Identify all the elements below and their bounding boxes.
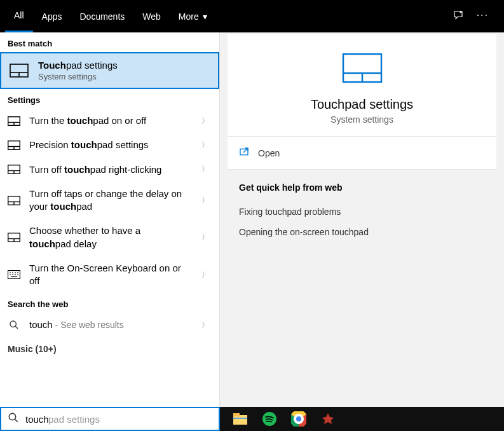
settings-result-title: Choose whether to have a touchpad delay [29,224,185,250]
settings-result-3[interactable]: Turn off taps or change the delay on you… [0,182,219,219]
settings-result-5[interactable]: Turn the On-Screen Keyboard on or off〉 [0,256,219,294]
preview-title: Touchpad settings [311,97,413,112]
chevron-down-icon: ▾ [203,11,207,22]
web-search-title: touch - See web results [29,318,124,331]
tab-web[interactable]: Web [133,0,170,32]
chevron-right-icon: 〉 [201,232,212,243]
top-right-controls: ··· [453,10,499,24]
tab-documents[interactable]: Documents [71,0,133,32]
best-match-title-bold: Touch [38,60,66,71]
feedback-icon[interactable] [453,10,464,24]
settings-result-title: Turn off taps or change the delay on you… [29,188,185,214]
search-tabs-bar: All Apps Documents Web More ▾ ··· [0,0,504,32]
preview-header: Touchpad settings System settings [228,34,496,137]
search-icon [8,319,20,331]
touchpad-large-icon [342,53,383,86]
touchpad-icon [8,139,20,151]
help-link-0[interactable]: Fixing touchpad problems [239,202,485,222]
taskbar-chrome[interactable] [290,410,308,428]
best-match-title: Touchpad settings [38,60,210,71]
best-match-title-rest: pad settings [66,60,118,71]
tab-apps[interactable]: Apps [33,0,71,32]
open-icon [239,147,249,159]
touchpad-icon [8,232,20,243]
search-icon [8,412,19,426]
svg-line-37 [15,419,18,422]
settings-result-2[interactable]: Turn off touchpad right-clicking〉 [0,158,219,182]
chevron-right-icon: 〉 [201,195,212,206]
chevron-right-icon: 〉 [201,320,212,331]
results-panel: Best match Touchpad settings System sett… [0,32,220,407]
web-search-query: touch [29,319,53,330]
search-bar[interactable]: pad settings [0,407,220,431]
best-match-result[interactable]: Touchpad settings System settings [0,52,219,89]
svg-point-36 [9,413,16,420]
help-link-1[interactable]: Opening the on-screen touchpad [239,222,485,242]
settings-result-title: Precision touchpad settings [29,139,149,151]
taskbar-app[interactable] [319,410,337,428]
tab-more[interactable]: More ▾ [170,0,216,32]
more-options-icon[interactable]: ··· [477,10,489,24]
tabs: All Apps Documents Web More ▾ [5,0,216,32]
section-search-web: Search the web [0,293,219,313]
section-music[interactable]: Music (10+) [0,338,219,360]
taskbar-file-explorer[interactable] [231,410,249,428]
touchpad-icon [8,195,20,206]
svg-rect-40 [233,418,247,419]
open-action[interactable]: Open [228,137,496,170]
svg-point-0 [460,11,461,13]
keyboard-icon [8,269,20,280]
svg-rect-39 [233,413,240,416]
tab-all[interactable]: All [5,0,33,32]
main-area: Best match Touchpad settings System sett… [0,32,504,407]
svg-rect-38 [233,415,247,425]
search-input[interactable] [25,414,212,425]
touchpad-icon [8,115,20,127]
settings-result-4[interactable]: Choose whether to have a touchpad delay〉 [0,219,219,256]
settings-result-title: Turn the On-Screen Keyboard on or off [29,262,185,288]
section-settings: Settings [0,89,219,109]
preview-panel: Touchpad settings System settings Open G… [220,32,504,407]
svg-line-30 [15,326,18,329]
chevron-right-icon: 〉 [201,270,212,280]
section-best-match: Best match [0,32,219,52]
settings-result-title: Turn off touchpad right-clicking [29,163,161,176]
touchpad-icon [8,164,20,175]
best-match-text: Touchpad settings System settings [38,60,210,81]
preview-subtitle: System settings [330,114,393,125]
tab-more-label: More [179,11,199,22]
chevron-right-icon: 〉 [201,116,212,127]
settings-result-0[interactable]: Turn the touchpad on or off〉 [0,109,219,133]
touchpad-icon [9,63,29,78]
settings-result-title: Turn the touchpad on or off [29,114,146,127]
taskbar [220,407,504,431]
web-search-result[interactable]: touch - See web results 〉 [0,313,219,337]
taskbar-spotify[interactable] [261,410,278,428]
svg-point-29 [10,321,16,327]
chevron-right-icon: 〉 [201,140,212,151]
open-label: Open [258,148,280,158]
help-section: Get quick help from web Fixing touchpad … [228,170,496,255]
svg-point-46 [296,416,302,422]
chevron-right-icon: 〉 [201,164,212,175]
web-search-suffix: - See web results [53,320,124,330]
settings-result-1[interactable]: Precision touchpad settings〉 [0,133,219,157]
help-header: Get quick help from web [239,182,485,193]
best-match-subtitle: System settings [38,72,210,81]
